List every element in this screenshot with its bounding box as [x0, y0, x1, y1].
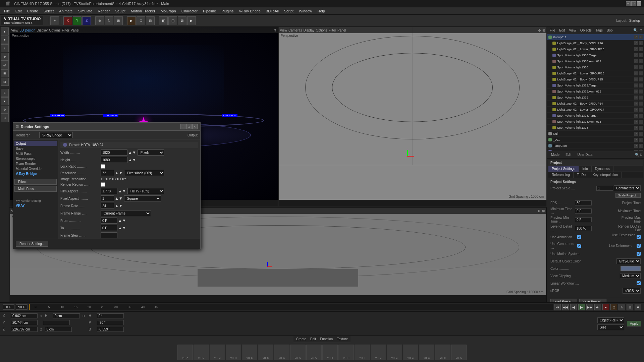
material-item[interactable]: VR_II	[322, 345, 338, 360]
mode-tab-mode[interactable]: Mode	[548, 152, 562, 157]
proj-motion-check[interactable]	[637, 252, 641, 256]
transform-mode-select[interactable]: Object (Rel) World Local	[597, 317, 624, 323]
rs-renderregion-check[interactable]	[101, 182, 105, 187]
rs-lockratio-check[interactable]	[101, 164, 105, 169]
rs-framestep-input[interactable]	[101, 232, 117, 238]
rs-cat-save[interactable]: Save	[14, 146, 57, 151]
material-item[interactable]: VR_R	[338, 345, 354, 360]
proj-linearwf-check[interactable]	[637, 281, 641, 285]
object-list-item[interactable]: Group011 ✓ ○	[547, 34, 644, 40]
mat-function-label[interactable]: Function	[320, 337, 333, 341]
rs-cat-stereo[interactable]: Stereoscopic	[14, 156, 57, 161]
right-tab-edit[interactable]: Edit	[558, 28, 566, 33]
vp-tr-cameras[interactable]: Cameras	[288, 28, 302, 32]
material-item[interactable]: VR_A	[177, 345, 193, 360]
proj-tab-info[interactable]: Info	[579, 166, 592, 172]
menu-animate[interactable]: Animate	[56, 8, 75, 14]
rs-rendersetting-btn[interactable]: Render Setting...	[16, 241, 48, 247]
timeline-playhead[interactable]	[29, 304, 30, 310]
play-next-btn[interactable]: ▶▶	[586, 304, 593, 310]
vp-tl-settings-icon[interactable]: ⚙	[273, 28, 276, 32]
menu-mograph[interactable]: MoGraph	[158, 8, 179, 14]
rs-footer-multipass-btn[interactable]: Multi-Pass...	[14, 186, 57, 192]
rs-minimize-btn[interactable]: ─	[180, 124, 185, 129]
proj-scale-input[interactable]	[596, 186, 613, 191]
object-list-item[interactable]: TempCam ✓ ○	[547, 143, 644, 149]
apply-transform-btn[interactable]: Apply	[627, 321, 641, 326]
viewport-top-right[interactable]: View Cameras Display Options Filter Pane…	[278, 27, 547, 207]
material-item[interactable]: VR_R	[226, 345, 241, 360]
size-x-input[interactable]	[53, 313, 80, 318]
object-list-item[interactable]: Spot_Volume light1329 ✓ ○	[547, 95, 644, 101]
right-settings-icon[interactable]: ⚙	[639, 28, 643, 33]
object-list-item[interactable]: LightStage_02__Lower_GROUP15 ✓ ○	[547, 70, 644, 76]
right-tab-objects[interactable]: Objects	[579, 28, 593, 33]
proj-deformers-check[interactable]	[637, 244, 641, 248]
mat-create-label[interactable]: Create	[296, 337, 306, 341]
window-minimize-btn[interactable]: ─	[626, 1, 631, 6]
z-axis-btn[interactable]: Z	[82, 16, 91, 25]
rs-framerate-input[interactable]	[101, 203, 114, 209]
material-item[interactable]: VR_S	[258, 345, 273, 360]
material-item[interactable]: VR_LI	[210, 345, 225, 360]
object-list-item[interactable]: Spot_Volume light1329.Arm_016 ✓ ○	[547, 88, 644, 95]
render-region-btn[interactable]: ⊡	[137, 16, 145, 25]
rs-resolution-unit-select[interactable]: Pixels/Inch (DPI) Pixels/cm	[124, 170, 164, 176]
tool-6[interactable]: ⊞	[1, 69, 9, 77]
load-preset-btn[interactable]: Load Preset...	[550, 299, 577, 302]
pos-x-input[interactable]	[11, 313, 38, 318]
vp-tl-panel[interactable]: Panel	[71, 28, 79, 32]
rs-framerate-stepper[interactable]: ▲▼	[115, 203, 123, 208]
proj-subtab-todo[interactable]: To Do	[574, 172, 589, 178]
menu-help[interactable]: Help	[315, 8, 328, 14]
menu-script[interactable]: Script	[281, 8, 296, 14]
rs-cat-matoverride[interactable]: Material Override	[14, 166, 57, 171]
pos-z-input[interactable]	[11, 327, 38, 332]
rs-res-stepper[interactable]: ▲▼	[115, 171, 123, 175]
tool-7[interactable]: ⊡	[1, 78, 9, 86]
object-list-item[interactable]: Spot_Volume light1328.Arm_015 ✓ ○	[547, 119, 644, 125]
render-vp-btn[interactable]: ⊟	[146, 16, 155, 25]
rs-width-input[interactable]	[101, 149, 127, 156]
rs-cat-output[interactable]: Output	[14, 141, 57, 146]
vp-tl-filter[interactable]: Filter	[62, 28, 69, 32]
tool-5[interactable]: ◎	[1, 61, 9, 69]
object-mgr-btn[interactable]: ◧	[159, 16, 168, 25]
scale-tool-btn[interactable]: ⊞	[114, 16, 123, 25]
tool-rotate[interactable]: ↕	[1, 44, 9, 52]
rs-filmaspect-input[interactable]	[101, 188, 117, 194]
material-item[interactable]: VR_C	[290, 345, 306, 360]
rs-pixelaspect-preset-select[interactable]: Square D1/DV PAL	[124, 195, 161, 201]
rs-height-stepper[interactable]: ▲▼	[128, 158, 136, 162]
tool-sculpt[interactable]: S	[1, 89, 9, 97]
menu-simulate[interactable]: Simulate	[75, 8, 95, 14]
menu-file[interactable]: File	[1, 8, 13, 14]
autokey-btn[interactable]: A	[635, 304, 641, 310]
size-y-input[interactable]	[43, 320, 70, 325]
rs-from-input[interactable]	[101, 218, 117, 224]
mode-tab-edit[interactable]: Edit	[563, 152, 574, 157]
rs-filmaspect-stepper[interactable]: ▲▼	[118, 189, 126, 193]
proj-expression-check[interactable]	[637, 235, 641, 239]
play-back-btn[interactable]: ◀	[570, 304, 577, 310]
material-item[interactable]: VR_G	[403, 345, 418, 360]
material-item[interactable]: VR_G	[274, 345, 289, 360]
menu-create[interactable]: Create	[24, 8, 41, 14]
vp-tr-options[interactable]: Options	[316, 28, 327, 32]
mat-edit-label[interactable]: Edit	[310, 337, 316, 341]
right-tab-boo[interactable]: Boo	[605, 28, 614, 33]
proj-subtab-ref[interactable]: Referencing	[548, 172, 574, 178]
material-item[interactable]: VR_S	[242, 345, 257, 360]
play-end-btn[interactable]: ⏭	[594, 304, 601, 310]
rs-filmaspect-preset-select[interactable]: HDTV (16:9) PAL NTSC	[127, 188, 164, 194]
object-list-item[interactable]: _001 ✓ ○	[547, 137, 644, 143]
material-item[interactable]: VR_II	[435, 345, 450, 360]
proj-fps-input[interactable]	[575, 200, 592, 205]
object-list-item[interactable]: Spot_Volume light1330.Target ✓ ○	[547, 52, 644, 58]
mode-search-icon[interactable]: 🔍	[635, 153, 639, 157]
vp-tr-icon2[interactable]: ⊞	[542, 28, 545, 32]
menu-select[interactable]: Select	[41, 8, 57, 14]
proj-lod-input[interactable]	[575, 226, 592, 231]
object-list-item[interactable]: LightStage_02__Body_GROUP16 ✓ ○	[547, 40, 644, 46]
rs-my-render-setting[interactable]: My Render Setting	[14, 198, 57, 203]
